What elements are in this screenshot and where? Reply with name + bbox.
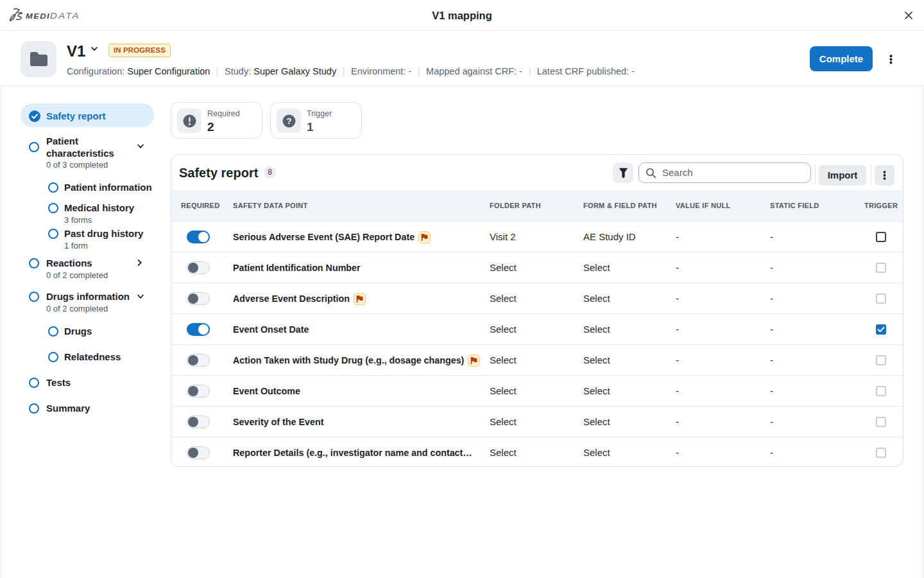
svg-text:?: ? (286, 116, 291, 126)
